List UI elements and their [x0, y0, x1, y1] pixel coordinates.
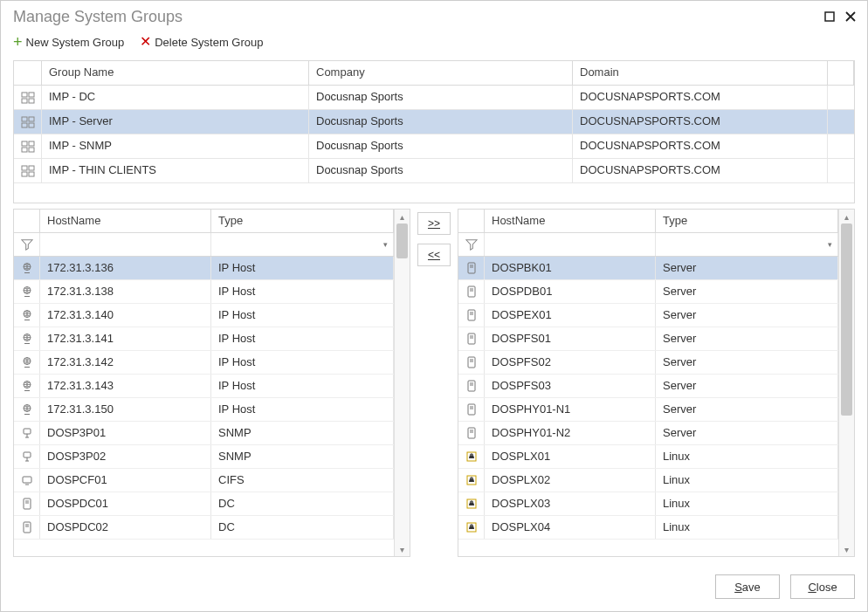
delete-system-group-label: Delete System Group: [155, 36, 263, 49]
list-item[interactable]: DOSPLX03Linux: [458, 492, 838, 516]
list-item[interactable]: DOSPFS03Server: [458, 375, 838, 398]
list-item[interactable]: DOSPFS01Server: [458, 327, 838, 351]
group-company: Docusnap Sports: [309, 159, 573, 182]
remove-from-group-button[interactable]: <<: [417, 244, 451, 266]
svg-rect-2: [29, 93, 34, 97]
header-hostname[interactable]: HostName: [485, 210, 656, 232]
add-to-group-button[interactable]: >>: [417, 212, 451, 235]
snmp-icon: [14, 422, 40, 444]
list-item[interactable]: DOSPDB01Server: [458, 280, 838, 304]
svg-point-38: [470, 454, 471, 455]
svg-rect-11: [22, 148, 27, 152]
scroll-thumb[interactable]: [396, 223, 408, 258]
group-members-filter-row: ▾: [458, 233, 838, 257]
scroll-down-icon[interactable]: ▾: [839, 542, 854, 556]
list-item[interactable]: DOSPLX01Linux: [458, 445, 838, 469]
filter-host-cell[interactable]: [485, 233, 656, 256]
svg-point-47: [470, 525, 471, 526]
svg-rect-9: [22, 141, 27, 146]
table-row[interactable]: IMP - SNMPDocusnap SportsDOCUSNAPSPORTS.…: [14, 134, 854, 159]
host-type: SNMP: [211, 445, 394, 468]
svg-point-42: [472, 478, 472, 478]
list-item[interactable]: 172.31.3.136IP Host: [14, 257, 394, 280]
server-icon: [458, 422, 485, 444]
table-row[interactable]: IMP - ServerDocusnap SportsDOCUSNAPSPORT…: [14, 110, 854, 134]
list-item[interactable]: DOSPHY01-N2Server: [458, 422, 838, 445]
chevron-down-icon: ▾: [828, 240, 832, 249]
list-item[interactable]: DOSPCF01CIFS: [14, 469, 394, 492]
host-type: IP Host: [211, 351, 394, 374]
group-icon: [14, 134, 42, 158]
svg-rect-16: [29, 172, 34, 176]
svg-rect-33: [468, 357, 475, 368]
group-name: IMP - THIN CLIENTS: [42, 159, 309, 182]
server-icon: [458, 375, 485, 397]
svg-rect-27: [24, 499, 31, 509]
delete-system-group-button[interactable]: ✕ Delete System Group: [140, 35, 263, 49]
svg-rect-12: [29, 148, 34, 152]
list-item[interactable]: DOSPEX01Server: [458, 304, 838, 327]
server-icon: [458, 327, 485, 350]
header-type[interactable]: Type: [211, 210, 394, 232]
filter-host-input[interactable]: [492, 237, 648, 251]
header-group-name[interactable]: Group Name: [42, 61, 309, 85]
list-item[interactable]: 172.31.3.142IP Host: [14, 351, 394, 375]
header-end-col: [828, 61, 854, 85]
list-item[interactable]: DOSPLX04Linux: [458, 516, 838, 540]
filter-icon[interactable]: [458, 233, 485, 256]
scroll-up-icon[interactable]: ▴: [839, 210, 854, 223]
filter-host-cell[interactable]: [40, 233, 211, 256]
available-hosts-filter-row: ▾: [14, 233, 394, 257]
list-item[interactable]: DOSPDC02DC: [14, 516, 394, 540]
svg-point-45: [472, 501, 472, 502]
list-item[interactable]: 172.31.3.138IP Host: [14, 280, 394, 304]
globe-icon: [14, 327, 40, 350]
list-item[interactable]: DOSP3P02SNMP: [14, 445, 394, 469]
scrollbar[interactable]: ▴ ▾: [838, 210, 854, 556]
close-icon[interactable]: [844, 10, 857, 23]
server-icon: [14, 492, 40, 515]
snmp-icon: [14, 445, 40, 468]
filter-host-input[interactable]: [47, 237, 203, 251]
group-domain: DOCUSNAPSPORTS.COM: [573, 110, 828, 134]
list-item[interactable]: DOSPDC01DC: [14, 492, 394, 516]
new-system-group-button[interactable]: + New System Group: [13, 34, 124, 50]
list-item[interactable]: DOSP3P01SNMP: [14, 422, 394, 445]
header-hostname[interactable]: HostName: [40, 210, 211, 232]
list-item[interactable]: DOSPFS02Server: [458, 351, 838, 375]
scroll-thumb[interactable]: [841, 223, 852, 416]
host-type: Linux: [656, 469, 838, 492]
list-item[interactable]: DOSPBK01Server: [458, 257, 838, 280]
list-item[interactable]: 172.31.3.141IP Host: [14, 327, 394, 351]
filter-type-cell[interactable]: ▾: [211, 233, 394, 256]
svg-rect-5: [22, 117, 27, 121]
save-button[interactable]: Save: [715, 574, 780, 599]
header-domain[interactable]: Domain: [573, 61, 828, 85]
globe-icon: [14, 304, 40, 327]
table-row[interactable]: IMP - THIN CLIENTSDocusnap SportsDOCUSNA…: [14, 159, 854, 183]
header-type[interactable]: Type: [656, 210, 838, 232]
list-item[interactable]: DOSPHY01-N1Server: [458, 398, 838, 422]
svg-rect-28: [24, 522, 31, 533]
scroll-up-icon[interactable]: ▴: [395, 210, 410, 223]
filter-type-cell[interactable]: ▾: [656, 233, 838, 256]
group-icon: [14, 159, 42, 182]
list-item[interactable]: DOSPLX02Linux: [458, 469, 838, 492]
close-button[interactable]: Close: [790, 574, 855, 599]
group-domain: DOCUSNAPSPORTS.COM: [573, 159, 828, 182]
group-icon: [14, 110, 42, 134]
header-company[interactable]: Company: [309, 61, 573, 85]
scrollbar[interactable]: ▴ ▾: [394, 210, 410, 556]
list-item[interactable]: 172.31.3.143IP Host: [14, 375, 394, 398]
host-name: DOSPBK01: [485, 257, 656, 279]
host-name: DOSPHY01-N2: [485, 422, 656, 444]
globe-icon: [14, 398, 40, 421]
list-item[interactable]: 172.31.3.150IP Host: [14, 398, 394, 422]
filter-icon[interactable]: [14, 233, 40, 256]
titlebar: Manage System Groups: [1, 1, 867, 32]
maximize-icon[interactable]: [823, 10, 836, 23]
scroll-down-icon[interactable]: ▾: [395, 542, 410, 556]
table-row[interactable]: IMP - DCDocusnap SportsDOCUSNAPSPORTS.CO…: [14, 86, 854, 110]
host-name: DOSPDB01: [485, 280, 656, 303]
list-item[interactable]: 172.31.3.140IP Host: [14, 304, 394, 327]
